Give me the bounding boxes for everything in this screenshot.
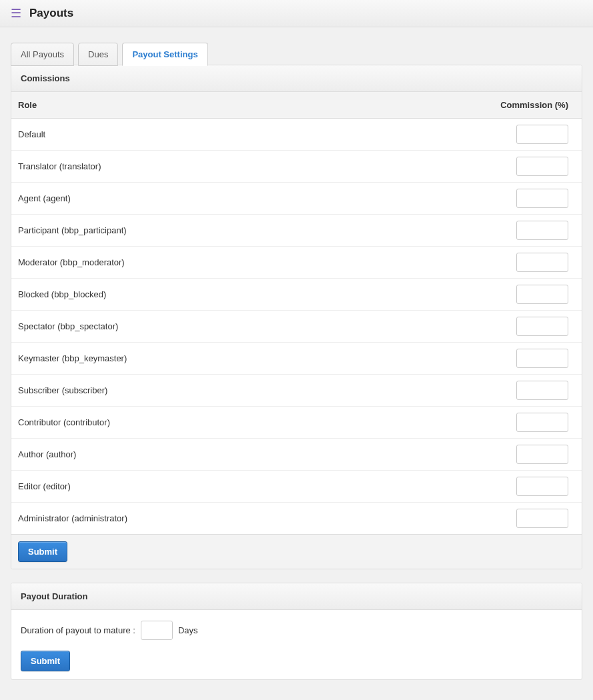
- commission-input-wrap: [482, 509, 575, 528]
- role-label: Moderator (bbp_moderator): [18, 257, 482, 267]
- role-label: Editor (editor): [18, 481, 482, 491]
- commission-input-wrap: [482, 157, 575, 176]
- role-label: Agent (agent): [18, 193, 482, 203]
- table-row: Keymaster (bbp_keymaster): [11, 343, 582, 375]
- commissions-table-body: DefaultTranslator (translator)Agent (age…: [11, 119, 582, 534]
- page-title: Payouts: [29, 7, 73, 20]
- hamburger-icon[interactable]: ☰: [11, 7, 21, 19]
- header-bar: ☰ Payouts: [0, 0, 593, 27]
- commissions-panel-header: Comissions: [11, 65, 582, 92]
- table-row: Translator (translator): [11, 151, 582, 183]
- duration-label-suffix: Days: [178, 625, 198, 635]
- commission-input[interactable]: [516, 253, 568, 272]
- commission-input[interactable]: [516, 413, 568, 432]
- table-row: Subscriber (subscriber): [11, 375, 582, 407]
- role-label: Keymaster (bbp_keymaster): [18, 353, 482, 363]
- commission-input[interactable]: [516, 221, 568, 240]
- col-header-commission: Commission (%): [482, 100, 575, 110]
- tabs: All Payouts Dues Payout Settings: [11, 42, 582, 65]
- commission-input-wrap: [482, 189, 575, 208]
- commission-input-wrap: [482, 349, 575, 368]
- table-row: Administrator (administrator): [11, 503, 582, 534]
- commissions-panel-footer: Submit: [11, 534, 582, 569]
- role-label: Subscriber (subscriber): [18, 385, 482, 395]
- commissions-panel: Comissions Role Commission (%) DefaultTr…: [11, 65, 582, 569]
- table-row: Participant (bbp_participant): [11, 215, 582, 247]
- col-header-role: Role: [18, 100, 482, 110]
- commission-input[interactable]: [516, 189, 568, 208]
- commission-input-wrap: [482, 125, 575, 144]
- duration-label-prefix: Duration of payout to mature :: [21, 625, 135, 635]
- role-label: Spectator (bbp_spectator): [18, 321, 482, 331]
- table-row: Spectator (bbp_spectator): [11, 311, 582, 343]
- commission-input[interactable]: [516, 157, 568, 176]
- role-label: Participant (bbp_participant): [18, 225, 482, 235]
- table-row: Contributor (contributor): [11, 407, 582, 439]
- commission-input-wrap: [482, 285, 575, 304]
- table-row: Agent (agent): [11, 183, 582, 215]
- table-row: Editor (editor): [11, 471, 582, 503]
- commission-input[interactable]: [516, 285, 568, 304]
- commission-input-wrap: [482, 413, 575, 432]
- commissions-table-header: Role Commission (%): [11, 92, 582, 119]
- role-label: Author (author): [18, 449, 482, 459]
- commission-input-wrap: [482, 317, 575, 336]
- commission-input-wrap: [482, 381, 575, 400]
- commission-input[interactable]: [516, 125, 568, 144]
- commission-input[interactable]: [516, 381, 568, 400]
- commission-input[interactable]: [516, 317, 568, 336]
- tab-dues[interactable]: Dues: [78, 43, 118, 66]
- role-label: Default: [18, 129, 482, 139]
- commission-input-wrap: [482, 253, 575, 272]
- tab-all-payouts[interactable]: All Payouts: [11, 43, 74, 66]
- duration-input[interactable]: [141, 621, 173, 640]
- role-label: Contributor (contributor): [18, 417, 482, 427]
- submit-commissions-button[interactable]: Submit: [18, 541, 67, 562]
- commission-input[interactable]: [516, 349, 568, 368]
- tab-payout-settings[interactable]: Payout Settings: [122, 43, 207, 66]
- commission-input-wrap: [482, 221, 575, 240]
- table-row: Blocked (bbp_blocked): [11, 279, 582, 311]
- content-wrap: All Payouts Dues Payout Settings Comissi…: [0, 27, 593, 700]
- role-label: Translator (translator): [18, 161, 482, 171]
- duration-panel-header: Payout Duration: [11, 583, 582, 610]
- role-label: Blocked (bbp_blocked): [18, 289, 482, 299]
- commission-input-wrap: [482, 445, 575, 464]
- commission-input[interactable]: [516, 509, 568, 528]
- table-row: Author (author): [11, 439, 582, 471]
- commission-input[interactable]: [516, 445, 568, 464]
- commission-input[interactable]: [516, 477, 568, 496]
- duration-row: Duration of payout to mature : Days: [21, 621, 572, 640]
- commission-input-wrap: [482, 477, 575, 496]
- role-label: Administrator (administrator): [18, 513, 482, 523]
- submit-duration-button[interactable]: Submit: [21, 651, 70, 671]
- duration-panel-body: Duration of payout to mature : Days Subm…: [11, 610, 582, 679]
- duration-panel: Payout Duration Duration of payout to ma…: [11, 583, 582, 680]
- table-row: Default: [11, 119, 582, 151]
- table-row: Moderator (bbp_moderator): [11, 247, 582, 279]
